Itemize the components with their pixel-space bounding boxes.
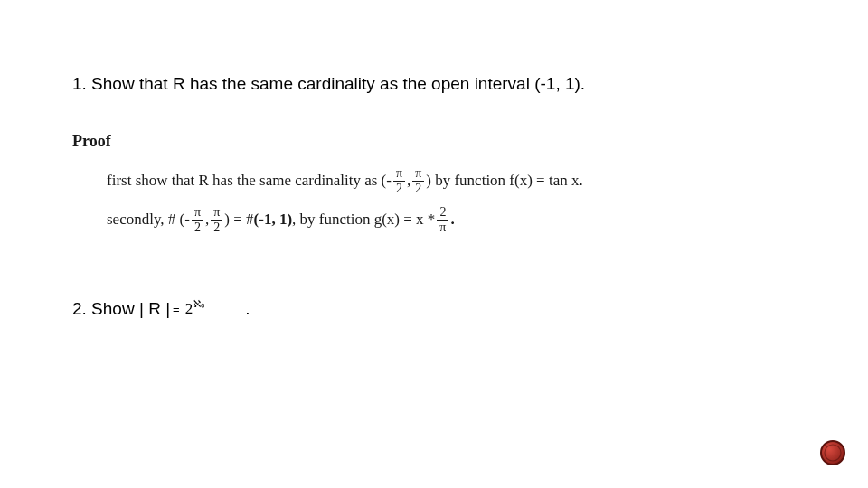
denominator: 2	[192, 220, 203, 234]
text: ) by function f(x) = tan x.	[426, 171, 582, 191]
numerator: π	[393, 167, 405, 181]
text: ,	[205, 210, 209, 230]
numerator: π	[211, 206, 222, 220]
fraction-pi-over-2: π 2	[412, 167, 424, 195]
question-2: 2. Show | R | = 2ℵ₀ .	[72, 299, 796, 319]
bold-interval: (-1, 1)	[254, 210, 292, 230]
decorative-circle-icon	[819, 439, 846, 466]
numerator: π	[192, 206, 203, 220]
fraction-pi-over-2: π 2	[192, 206, 203, 234]
q2-equals: =	[173, 303, 180, 316]
proof-line-1: first show that R has the same cardinali…	[107, 167, 796, 195]
q2-period: .	[245, 299, 250, 319]
question-1: 1. Show that R has the same cardinality …	[72, 74, 796, 94]
q2-power: 2ℵ₀	[185, 300, 204, 318]
text: , by function g(x) = x *	[292, 210, 435, 230]
text: ) = #	[224, 210, 253, 230]
fraction-pi-over-2: π 2	[393, 167, 405, 195]
fraction-2-over-pi: 2 π	[437, 206, 448, 234]
text: first show that R has the same cardinali…	[107, 171, 392, 191]
fraction-pi-over-2: π 2	[211, 206, 222, 234]
denominator: 2	[412, 181, 424, 195]
numerator: π	[412, 167, 424, 181]
denominator: 2	[211, 220, 222, 234]
numerator: 2	[437, 206, 448, 220]
text: .	[450, 210, 454, 230]
proof-label: Proof	[72, 132, 796, 151]
text: ,	[407, 171, 410, 191]
q2-prefix: 2. Show | R |	[72, 299, 170, 319]
denominator: π	[437, 220, 448, 234]
denominator: 2	[393, 181, 405, 195]
q2-base: 2	[185, 300, 193, 317]
q2-exponent-aleph0: ℵ₀	[193, 298, 204, 309]
text: secondly, # (-	[107, 210, 190, 230]
proof-line-2: secondly, # (- π 2 , π 2 ) = # (-1, 1) ,…	[107, 206, 796, 234]
